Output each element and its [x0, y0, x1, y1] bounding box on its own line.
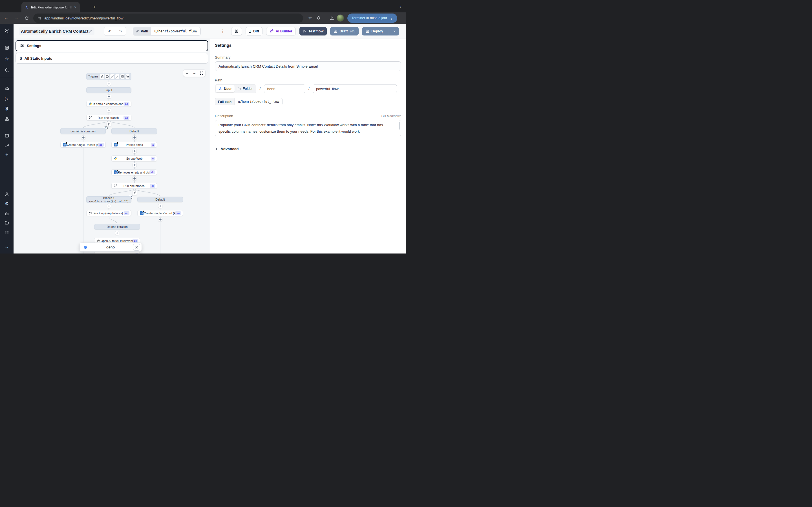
sidebar-item-settings-gear-icon[interactable]: ⚙	[3, 200, 10, 207]
description-textarea[interactable]: Populate your CRM contacts' details from…	[215, 120, 401, 136]
branch-header-node[interactable]: Default	[137, 196, 183, 202]
sidebar-item-routes[interactable]	[3, 142, 10, 149]
add-step-plus-icon[interactable]	[133, 163, 137, 167]
scrollbar[interactable]	[399, 122, 400, 129]
email-icon[interactable]	[120, 74, 124, 79]
draft-button[interactable]: Draft ⌘S	[330, 27, 359, 36]
path-name-input[interactable]	[313, 84, 397, 93]
sidebar-item-add[interactable]: +	[3, 151, 10, 158]
sidebar-item-runs[interactable]: ▷	[3, 95, 10, 102]
flow-node[interactable]: TS Removes empty and duplicates ak	[111, 169, 157, 175]
webhook-icon[interactable]	[100, 74, 104, 79]
flow-title[interactable]: Automatically Enrich CRM Contact	[18, 27, 94, 35]
sidebar-item-resources[interactable]	[3, 115, 10, 122]
add-step-plus-icon[interactable]	[115, 231, 119, 235]
edit-pencil-icon[interactable]	[89, 30, 92, 33]
flow-node[interactable]: TS Create Single Record (Airtable) aq	[60, 142, 106, 148]
add-step-plus-icon[interactable]	[158, 217, 162, 222]
summary-input[interactable]	[215, 61, 401, 71]
browser-update-button[interactable]: Terminer la mise à jour ⋮	[347, 13, 397, 23]
deploy-chevron-down-icon[interactable]	[390, 30, 399, 33]
owner-kind-folder[interactable]: Folder	[235, 85, 255, 93]
zoom-in-button[interactable]: +	[184, 70, 190, 76]
sidebar-item-search[interactable]	[3, 67, 10, 73]
loop-icon	[88, 212, 93, 215]
zoom-out-button[interactable]: −	[191, 70, 197, 76]
browser-tab[interactable]: Edit Flow u/henri/powerful_flo ×	[21, 2, 80, 12]
http-route-icon[interactable]	[110, 74, 114, 79]
sidebar-item-favorites[interactable]: ☆	[3, 55, 10, 62]
add-step-plus-icon[interactable]	[107, 108, 111, 112]
advanced-toggle[interactable]: Advanced	[215, 147, 401, 151]
add-step-plus-icon[interactable]	[133, 149, 137, 153]
more-options-kebab-icon[interactable]: ⋮	[218, 29, 227, 34]
sidebar-item-workspace[interactable]	[3, 44, 10, 51]
branch-header-node[interactable]: Branch 1 results.c.some((x)=>x!="")	[86, 196, 132, 203]
add-step-plus-icon[interactable]	[133, 176, 137, 180]
add-step-plus-icon[interactable]	[107, 82, 111, 86]
poll-icon[interactable]	[125, 74, 130, 79]
sidebar-item-workers-robot-icon[interactable]	[3, 210, 10, 217]
flow-node[interactable]: Scrape Web c	[111, 156, 157, 161]
full-path-row: Full path u/henri/powerful_flow	[215, 98, 283, 105]
language-tooltip[interactable]: deno	[80, 242, 142, 251]
path-owner-input[interactable]	[264, 84, 305, 93]
url-text: app.windmill.dev/flows/edit/u/henri/powe…	[44, 16, 123, 20]
add-step-plus-icon[interactable]	[107, 204, 111, 208]
flow-node[interactable]: Is email a common one? ao	[86, 101, 132, 107]
add-step-plus-icon[interactable]	[81, 135, 86, 140]
docs-book-button[interactable]	[231, 27, 242, 36]
flow-node[interactable]: Run one branch al	[111, 183, 157, 189]
site-settings-icon[interactable]	[37, 16, 42, 20]
download-icon[interactable]	[328, 14, 336, 22]
sidebar-item-folders[interactable]	[3, 219, 10, 226]
flow-node[interactable]: TS Create Single Record (Airtable) an	[137, 210, 183, 216]
sidebar-item-home[interactable]	[3, 85, 10, 92]
forward-button[interactable]: →	[12, 14, 20, 22]
add-branch-icon[interactable]	[132, 190, 137, 195]
test-flow-button[interactable]: Test flow	[299, 27, 327, 36]
deploy-button[interactable]: Deploy	[362, 27, 399, 36]
new-tab-button[interactable]: +	[91, 3, 98, 11]
sidebar-item-logs-list-icon[interactable]	[3, 229, 10, 236]
flow-node-partial[interactable]	[94, 252, 140, 253]
branch-header-node[interactable]: Default	[111, 128, 157, 134]
flow-node[interactable]: TS Parses email a	[111, 142, 157, 148]
flow-node-input[interactable]: Input	[86, 87, 132, 93]
flow-node[interactable]: Do one iteration	[94, 224, 140, 230]
flow-node[interactable]: For loop (skip failures) ac	[86, 210, 132, 216]
websocket-plug-icon[interactable]	[115, 74, 119, 79]
schedule-icon[interactable]	[105, 74, 109, 79]
toolbar-path-chip[interactable]: Path u/henri/powerful_flow	[133, 27, 201, 36]
branch-header-node[interactable]: domain is common	[60, 128, 106, 134]
tooltip-close-button[interactable]	[133, 244, 140, 251]
ai-builder-button[interactable]: AI Builder	[266, 27, 296, 36]
sidebar-item-schedules[interactable]	[3, 132, 10, 139]
extensions-puzzle-icon[interactable]	[315, 14, 322, 22]
fit-view-button[interactable]	[199, 70, 205, 76]
flow-title-text: Automatically Enrich CRM Contact	[21, 29, 88, 34]
redo-button[interactable]: ↷	[115, 27, 126, 36]
resize-handle[interactable]	[398, 134, 400, 136]
add-step-plus-icon[interactable]	[158, 204, 162, 208]
reload-button[interactable]	[22, 14, 31, 22]
profile-avatar[interactable]	[337, 14, 344, 22]
url-bar[interactable]: app.windmill.dev/flows/edit/u/henri/powe…	[33, 13, 303, 23]
bookmark-star-icon[interactable]: ☆	[306, 14, 314, 22]
sidebar-item-user[interactable]	[3, 191, 10, 198]
add-branch-icon[interactable]	[107, 122, 111, 127]
browser-menu-kebab-icon[interactable]: ⋮	[387, 16, 396, 20]
tab-close-icon[interactable]: ×	[73, 5, 78, 10]
tab-search-chevron-icon[interactable]: ∨	[397, 3, 404, 10]
diff-button[interactable]: ± Diff	[246, 27, 262, 36]
windmill-logo[interactable]	[3, 27, 10, 34]
sidebar-expand-arrow-icon[interactable]: →	[3, 244, 10, 250]
add-step-plus-icon[interactable]	[133, 135, 137, 140]
undo-button[interactable]: ↶	[104, 27, 115, 36]
triggers-node[interactable]: Triggers	[86, 73, 132, 80]
add-step-plus-icon[interactable]	[107, 94, 111, 99]
owner-kind-user[interactable]: User	[216, 85, 235, 93]
flow-node[interactable]: Run one branch ap	[86, 115, 132, 121]
sidebar-item-variables[interactable]: $	[3, 105, 10, 112]
back-button[interactable]: ←	[2, 14, 10, 22]
